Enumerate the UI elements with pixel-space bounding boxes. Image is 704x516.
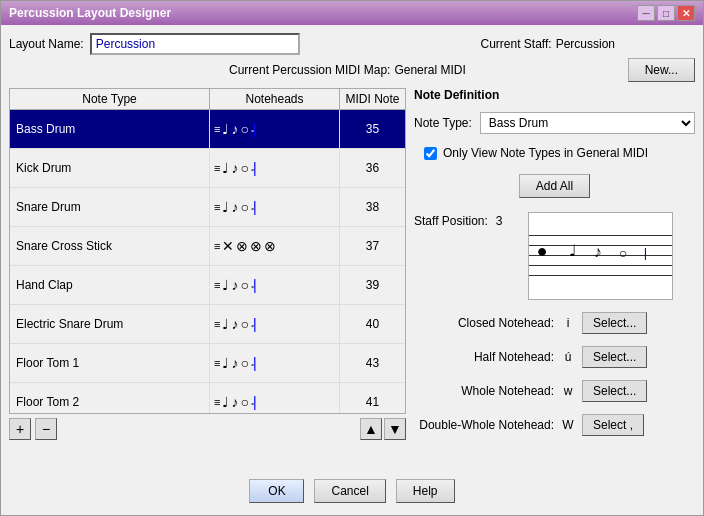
notehead-icon: ♩ [222, 277, 229, 293]
midi-note-cell: 37 [340, 227, 405, 265]
notehead-icon: | [253, 355, 257, 371]
notehead-icon: ○ [240, 199, 248, 215]
col-midi-note: MIDI Note [340, 89, 405, 109]
title-bar: Percussion Layout Designer ─ □ ✕ [1, 1, 703, 25]
notehead-icon: ○ [240, 160, 248, 176]
midi-note-cell: 38 [340, 188, 405, 226]
midi-map-value: General MIDI [394, 63, 465, 77]
table-header: Note Type Noteheads MIDI Note [9, 88, 406, 109]
notehead-icon: ○ [240, 355, 248, 371]
note-type-cell: Hand Clap [10, 266, 210, 304]
notehead-icon: ♪ [231, 121, 238, 137]
notehead-icon: ♩ [222, 199, 229, 215]
staff-preview: ● ♩ ♪ ○ | [528, 212, 673, 300]
table-row[interactable]: Snare Drum ≡ ♩ ♪ ○ 𝅗𝅥 | 38 [10, 188, 405, 227]
layout-name-label: Layout Name: [9, 37, 84, 51]
notehead-icon: | [253, 199, 257, 215]
maximize-button[interactable]: □ [657, 5, 675, 21]
notehead-icon: ♩ [222, 160, 229, 176]
staff-position-value: 3 [496, 214, 516, 228]
notehead-icon: ♩ [222, 394, 229, 410]
left-panel: Note Type Noteheads MIDI Note Bass Drum … [9, 88, 406, 467]
current-staff-value: Percussion [556, 37, 615, 51]
table-row[interactable]: Floor Tom 2 ≡ ♩ ♪ ○ 𝅗𝅥 | 41 [10, 383, 405, 414]
close-button[interactable]: ✕ [677, 5, 695, 21]
add-all-button[interactable]: Add All [519, 174, 590, 198]
table-row[interactable]: Kick Drum ≡ ♩ ♪ ○ 𝅗𝅥 | 36 [10, 149, 405, 188]
midi-note-cell: 36 [340, 149, 405, 187]
notehead-icon: ≡ [214, 123, 220, 135]
add-row-button[interactable]: + [9, 418, 31, 440]
staff-line-1 [529, 235, 672, 236]
new-button[interactable]: New... [628, 58, 695, 82]
notehead-icon: ≡ [214, 279, 220, 291]
closed-notehead-char: i [560, 316, 576, 330]
preview-note: | [644, 245, 647, 260]
table-body[interactable]: Bass Drum ≡ ♩ ♪ ○ 𝅗𝅥 | 35 Kick [9, 109, 406, 414]
double-whole-notehead-label: Double-Whole Notehead: [414, 418, 554, 432]
notehead-icon: ♪ [231, 316, 238, 332]
main-area: Note Type Noteheads MIDI Note Bass Drum … [9, 88, 695, 467]
note-type-cell: Snare Drum [10, 188, 210, 226]
content-area: Layout Name: Current Staff: Percussion C… [1, 25, 703, 515]
table-row[interactable]: Snare Cross Stick ≡ ✕ ⊗ ⊗ ⊗ 37 [10, 227, 405, 266]
layout-name-input[interactable] [90, 33, 300, 55]
remove-row-button[interactable]: − [35, 418, 57, 440]
table-row[interactable]: Bass Drum ≡ ♩ ♪ ○ 𝅗𝅥 | 35 [10, 110, 405, 149]
scroll-buttons: ▲ ▼ [360, 418, 406, 440]
cancel-button[interactable]: Cancel [314, 479, 385, 503]
view-note-types-checkbox-row: Only View Note Types in General MIDI [424, 146, 695, 160]
header-line1: Layout Name: Current Staff: Percussion [9, 33, 695, 55]
right-panel: Note Definition Note Type: Bass Drum Onl… [414, 88, 695, 467]
table-row[interactable]: Floor Tom 1 ≡ ♩ ♪ ○ 𝅗𝅥 | 43 [10, 344, 405, 383]
notehead-icon: ♪ [231, 355, 238, 371]
header-line2: Current Percussion MIDI Map: General MID… [9, 58, 695, 82]
midi-note-cell: 43 [340, 344, 405, 382]
notehead-icon: | [253, 277, 257, 293]
preview-note: ○ [619, 245, 627, 261]
notehead-icon: ≡ [214, 318, 220, 330]
half-notehead-select-button[interactable]: Select... [582, 346, 647, 368]
whole-notehead-select-button[interactable]: Select... [582, 380, 647, 402]
notehead-icon: ≡ [214, 396, 220, 408]
table-row[interactable]: Hand Clap ≡ ♩ ♪ ○ 𝅗𝅥 | 39 [10, 266, 405, 305]
notehead-icon: | [253, 316, 257, 332]
title-bar-controls: ─ □ ✕ [637, 5, 695, 21]
midi-note-cell: 35 [340, 110, 405, 148]
staff-line-4 [529, 265, 672, 266]
whole-notehead-row: Whole Notehead: w Select... [414, 380, 695, 402]
closed-notehead-select-button[interactable]: Select... [582, 312, 647, 334]
closed-notehead-row: Closed Notehead: i Select... [414, 312, 695, 334]
minimize-button[interactable]: ─ [637, 5, 655, 21]
notehead-icon: ⊗ [236, 238, 248, 254]
noteheads-cell: ≡ ♩ ♪ ○ 𝅗𝅥 | [210, 188, 340, 226]
notehead-icon: ✕ [222, 238, 234, 254]
notehead-icon: | [253, 394, 257, 410]
notehead-icon: | [253, 160, 257, 176]
noteheads-cell: ≡ ✕ ⊗ ⊗ ⊗ [210, 227, 340, 265]
table-row[interactable]: Electric Snare Drum ≡ ♩ ♪ ○ 𝅗𝅥 | 40 [10, 305, 405, 344]
col-note-type: Note Type [10, 89, 210, 109]
preview-note: ♪ [594, 243, 602, 261]
double-whole-notehead-select-button[interactable]: Select , [582, 414, 644, 436]
note-type-cell: Electric Snare Drum [10, 305, 210, 343]
note-type-select[interactable]: Bass Drum [480, 112, 695, 134]
view-note-types-checkbox[interactable] [424, 147, 437, 160]
noteheads-cell: ≡ ♩ ♪ ○ 𝅗𝅥 | [210, 149, 340, 187]
help-button[interactable]: Help [396, 479, 455, 503]
notehead-icon: ♪ [231, 277, 238, 293]
col-noteheads: Noteheads [210, 89, 340, 109]
note-type-cell: Floor Tom 2 [10, 383, 210, 414]
current-staff-label: Current Staff: [480, 37, 551, 51]
double-whole-notehead-char: W [560, 418, 576, 432]
note-type-row: Note Type: Bass Drum [414, 112, 695, 134]
note-type-cell: Bass Drum [10, 110, 210, 148]
preview-note: ● [537, 241, 548, 262]
notehead-icon: ○ [240, 316, 248, 332]
notehead-icon: ⊗ [264, 238, 276, 254]
notehead-icon: ♩ [222, 355, 229, 371]
scroll-down-button[interactable]: ▼ [384, 418, 406, 440]
main-window: Percussion Layout Designer ─ □ ✕ Layout … [0, 0, 704, 516]
ok-button[interactable]: OK [249, 479, 304, 503]
scroll-up-button[interactable]: ▲ [360, 418, 382, 440]
